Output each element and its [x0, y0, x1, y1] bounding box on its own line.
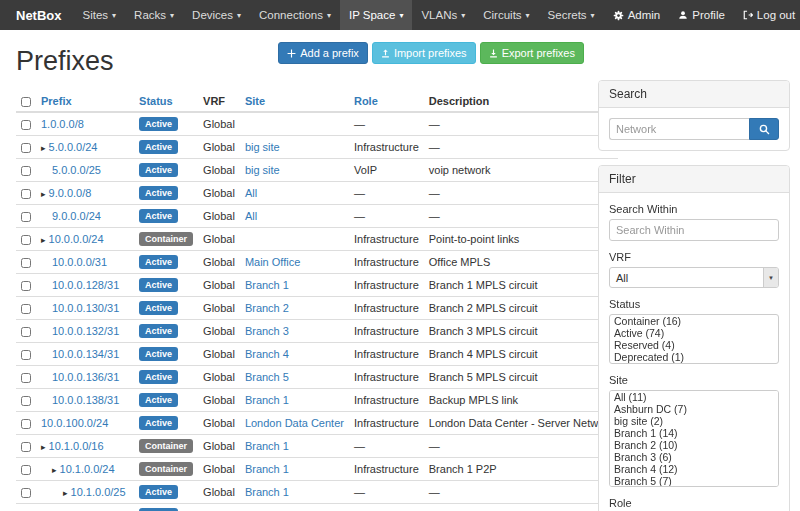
import-prefixes-button[interactable]: Import prefixes	[372, 42, 476, 64]
filter-option[interactable]: Branch 1 (14)	[610, 427, 778, 439]
prefix-link[interactable]: 5.0.0.0/25	[52, 164, 101, 176]
search-within-input[interactable]	[609, 219, 779, 241]
prefix-cell: ▸5.0.0.0/24	[36, 136, 134, 159]
table-header-row: Prefix Status VRF Site Role Description	[16, 91, 618, 112]
filter-option[interactable]: Branch 3 (6)	[610, 451, 778, 463]
filter-option[interactable]: Branch 4 (12)	[610, 463, 778, 475]
app-logo[interactable]: NetBox	[4, 0, 74, 30]
site-link[interactable]: Main Office	[245, 256, 300, 268]
site-link[interactable]: All	[245, 187, 257, 199]
sort-header-prefix[interactable]: Prefix	[41, 95, 72, 107]
row-checkbox[interactable]	[21, 166, 31, 176]
prefix-cell: ▸10.1.0.0/24	[36, 458, 134, 481]
sort-header-role[interactable]: Role	[354, 95, 378, 107]
role-cell: —	[349, 112, 424, 136]
site-link[interactable]: All	[245, 210, 257, 222]
status-cell: Container	[134, 435, 198, 458]
sort-header-site[interactable]: Site	[245, 95, 265, 107]
prefix-link[interactable]: 10.0.0.132/31	[52, 325, 119, 337]
site-link[interactable]: London Data Center	[245, 417, 344, 429]
filter-option[interactable]: big site (2)	[610, 415, 778, 427]
nav-item-connections[interactable]: Connections▾	[250, 0, 340, 30]
prefix-link[interactable]: 10.0.0.128/31	[52, 279, 119, 291]
status-badge: Container	[139, 232, 193, 246]
filter-option[interactable]: Container (16)	[610, 315, 778, 327]
prefix-link[interactable]: 10.1.0.0/25	[71, 486, 126, 498]
sort-header-status[interactable]: Status	[139, 95, 173, 107]
role-cell: —	[349, 435, 424, 458]
site-link[interactable]: Branch 1	[245, 440, 289, 452]
nav-item-devices[interactable]: Devices▾	[183, 0, 250, 30]
row-checkbox[interactable]	[21, 258, 31, 268]
nav-item-racks[interactable]: Racks▾	[125, 0, 183, 30]
nav-item-secrets[interactable]: Secrets▾	[539, 0, 604, 30]
row-checkbox[interactable]	[21, 350, 31, 360]
prefix-link[interactable]: 9.0.0.0/24	[52, 210, 101, 222]
filter-option[interactable]: Active (74)	[610, 327, 778, 339]
filter-option[interactable]: Branch 2 (10)	[610, 439, 778, 451]
prefix-link[interactable]: 10.0.0.0/24	[49, 233, 104, 245]
nav-item-vlans[interactable]: VLANs▾	[412, 0, 474, 30]
site-link[interactable]: big site	[245, 164, 280, 176]
nav-item-ip-space[interactable]: IP Space▾	[340, 0, 412, 30]
nav-item-admin[interactable]: Admin	[604, 0, 670, 30]
row-checkbox[interactable]	[21, 327, 31, 337]
row-checkbox[interactable]	[21, 396, 31, 406]
select-all-checkbox[interactable]	[21, 97, 31, 107]
prefix-link[interactable]: 10.0.0.0/31	[52, 256, 107, 268]
site-link[interactable]: Branch 1	[245, 394, 289, 406]
row-checkbox[interactable]	[21, 304, 31, 314]
description-cell: Point-to-point links	[424, 228, 619, 251]
site-filter-listbox[interactable]: All (11)Ashburn DC (7)big site (2)Branch…	[609, 390, 779, 487]
prefix-link[interactable]: 5.0.0.0/24	[49, 141, 98, 153]
filter-option[interactable]: Deprecated (1)	[610, 351, 778, 363]
row-checkbox[interactable]	[21, 488, 31, 498]
row-checkbox[interactable]	[21, 419, 31, 429]
export-prefixes-button[interactable]: Export prefixes	[480, 42, 584, 64]
prefix-link[interactable]: 10.1.0.0/16	[49, 440, 104, 452]
row-checkbox[interactable]	[21, 373, 31, 383]
row-checkbox[interactable]	[21, 212, 31, 222]
vrf-cell: Global	[198, 320, 240, 343]
nav-item-sites[interactable]: Sites▾	[74, 0, 126, 30]
prefix-link[interactable]: 10.0.0.130/31	[52, 302, 119, 314]
filter-option[interactable]: Branch 5 (7)	[610, 475, 778, 487]
site-link[interactable]: Branch 2	[245, 302, 289, 314]
nav-item-circuits[interactable]: Circuits▾	[474, 0, 538, 30]
filter-option[interactable]: Reserved (4)	[610, 339, 778, 351]
site-link[interactable]: Branch 1	[245, 463, 289, 475]
prefix-link[interactable]: 10.0.0.136/31	[52, 371, 119, 383]
row-checkbox[interactable]	[21, 143, 31, 153]
row-select-cell	[16, 366, 36, 389]
prefix-link[interactable]: 10.0.0.134/31	[52, 348, 119, 360]
site-link[interactable]: Branch 4	[245, 348, 289, 360]
add-prefix-button[interactable]: Add a prefix	[278, 42, 368, 64]
table-row: ▸5.0.0.0/24ActiveGlobalbig siteInfrastru…	[16, 136, 618, 159]
row-checkbox[interactable]	[21, 120, 31, 130]
status-filter-listbox[interactable]: Container (16)Active (74)Reserved (4)Dep…	[609, 314, 779, 364]
site-link[interactable]: Branch 1	[245, 486, 289, 498]
site-link[interactable]: Branch 1	[245, 279, 289, 291]
prefix-link[interactable]: 10.0.100.0/24	[41, 417, 108, 429]
filter-option[interactable]: All (11)	[610, 391, 778, 403]
search-input[interactable]	[609, 118, 749, 140]
vrf-select[interactable]: All ▼	[609, 267, 779, 288]
row-checkbox[interactable]	[21, 189, 31, 199]
prefix-link[interactable]: 10.1.0.0/24	[60, 463, 115, 475]
row-checkbox[interactable]	[21, 465, 31, 475]
filter-option[interactable]: Ashburn DC (7)	[610, 403, 778, 415]
site-link[interactable]: Branch 3	[245, 325, 289, 337]
row-checkbox[interactable]	[21, 442, 31, 452]
prefix-link[interactable]: 1.0.0.0/8	[41, 118, 84, 130]
prefix-link[interactable]: 10.0.0.138/31	[52, 394, 119, 406]
site-link[interactable]: Branch 5	[245, 371, 289, 383]
site-link[interactable]: big site	[245, 141, 280, 153]
prefix-link[interactable]: 9.0.0.0/8	[49, 187, 92, 199]
search-button[interactable]	[749, 118, 779, 140]
row-checkbox[interactable]	[21, 235, 31, 245]
nav-item-profile[interactable]: Profile	[669, 0, 734, 30]
row-checkbox[interactable]	[21, 281, 31, 291]
status-badge: Active	[139, 301, 178, 315]
chevron-down-icon: ▾	[237, 11, 241, 20]
nav-item-log-out[interactable]: Log out	[734, 0, 800, 30]
